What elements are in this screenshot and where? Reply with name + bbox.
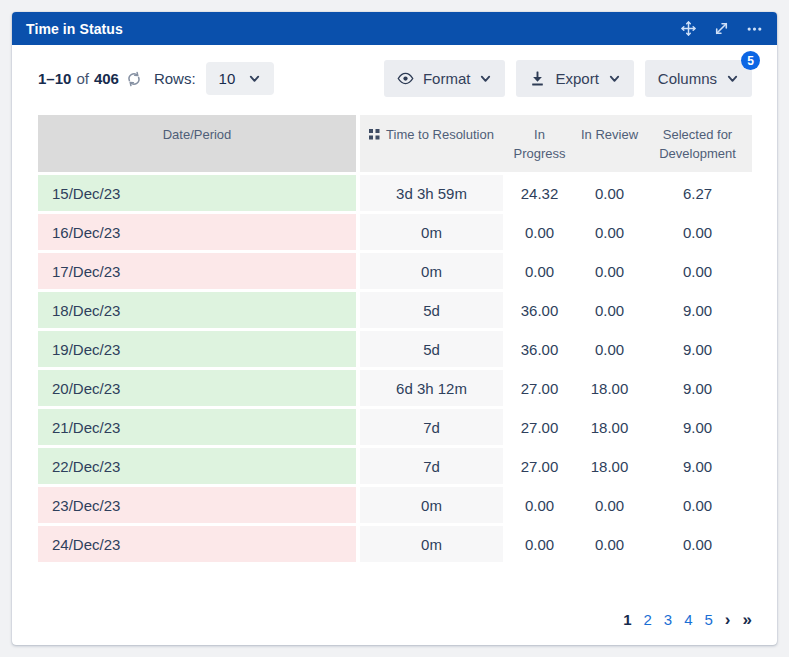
in-progress-cell: 0.00: [503, 253, 576, 289]
selected-cell: 0.00: [643, 214, 752, 250]
format-button[interactable]: Format: [384, 60, 506, 97]
columns-button[interactable]: Columns 5: [645, 60, 752, 97]
selected-cell: 9.00: [643, 331, 752, 367]
in-review-cell: 0.00: [576, 214, 643, 250]
in-review-cell: 0.00: [576, 253, 643, 289]
gadget-title: Time in Status: [26, 21, 680, 37]
in-progress-cell: 0.00: [503, 487, 576, 523]
in-review-cell: 0.00: [576, 526, 643, 562]
column-header-selected-for-development: Selected for Development: [643, 115, 752, 172]
in-progress-cell: 27.00: [503, 409, 576, 445]
gadget-content: 1–10 of 406 Rows: 10: [12, 45, 777, 628]
in-progress-cell: 36.00: [503, 331, 576, 367]
chevron-down-icon: [248, 72, 261, 85]
chevron-down-icon: [726, 72, 739, 85]
columns-count-badge: 5: [741, 51, 760, 70]
selected-cell: 0.00: [643, 487, 752, 523]
in-progress-cell: 36.00: [503, 292, 576, 328]
date-cell: 24/Dec/23: [38, 526, 360, 562]
refresh-icon[interactable]: [126, 71, 142, 87]
ttr-cell: 7d: [360, 448, 503, 484]
in-review-cell: 0.00: [576, 331, 643, 367]
in-review-cell: 0.00: [576, 487, 643, 523]
date-cell: 17/Dec/23: [38, 253, 360, 289]
format-label: Format: [423, 70, 471, 87]
in-review-cell: 0.00: [576, 292, 643, 328]
ttr-cell: 6d 3h 12m: [360, 370, 503, 406]
selected-cell: 9.00: [643, 409, 752, 445]
in-progress-cell: 27.00: [503, 370, 576, 406]
in-review-cell: 18.00: [576, 370, 643, 406]
ttr-cell: 5d: [360, 292, 503, 328]
column-header-in-review: In Review: [576, 115, 643, 172]
selected-cell: 0.00: [643, 526, 752, 562]
in-progress-cell: 0.00: [503, 214, 576, 250]
export-label: Export: [555, 70, 598, 87]
rows-label: Rows:: [154, 70, 196, 87]
rows-per-page-value: 10: [219, 70, 236, 87]
ttr-cell: 0m: [360, 214, 503, 250]
drag-grid-icon: [369, 129, 380, 140]
export-button[interactable]: Export: [516, 60, 633, 97]
total-count: 406: [94, 70, 119, 87]
column-header-in-progress: In Progress: [503, 115, 576, 172]
in-progress-cell: 0.00: [503, 526, 576, 562]
gadget-header: Time in Status: [12, 12, 777, 45]
column-header-label: Time to Resolution: [386, 125, 494, 144]
date-cell: 16/Dec/23: [38, 214, 360, 250]
download-icon: [529, 70, 546, 87]
chevron-down-icon: [479, 72, 492, 85]
rows-per-page-select[interactable]: 10: [206, 62, 275, 95]
columns-label: Columns: [658, 70, 717, 87]
in-review-cell: 18.00: [576, 448, 643, 484]
ttr-cell: 0m: [360, 253, 503, 289]
move-icon[interactable]: [680, 20, 697, 37]
ttr-cell: 0m: [360, 526, 503, 562]
time-in-status-table: Date/Period Time to Resolution In Progre…: [38, 115, 752, 562]
selected-cell: 6.27: [643, 175, 752, 211]
more-icon[interactable]: [746, 20, 763, 37]
selected-cell: 9.00: [643, 370, 752, 406]
selected-cell: 9.00: [643, 448, 752, 484]
date-cell: 15/Dec/23: [38, 175, 360, 211]
date-cell: 19/Dec/23: [38, 331, 360, 367]
chevron-down-icon: [608, 72, 621, 85]
ttr-cell: 3d 3h 59m: [360, 175, 503, 211]
toolbar-actions: Format Export: [384, 60, 752, 97]
date-cell: 22/Dec/23: [38, 448, 360, 484]
time-in-status-gadget: Time in Status 1–10 of 406: [12, 12, 777, 645]
date-cell: 23/Dec/23: [38, 487, 360, 523]
gadget-header-actions: [680, 20, 763, 37]
page-link-4[interactable]: 4: [684, 611, 692, 628]
date-cell: 21/Dec/23: [38, 409, 360, 445]
date-cell: 20/Dec/23: [38, 370, 360, 406]
date-cell: 18/Dec/23: [38, 292, 360, 328]
toolbar: 1–10 of 406 Rows: 10: [38, 60, 752, 97]
page-link-2[interactable]: 2: [643, 611, 651, 628]
last-page-icon[interactable]: »: [743, 611, 752, 628]
next-page-icon[interactable]: ›: [725, 611, 731, 628]
in-progress-cell: 27.00: [503, 448, 576, 484]
range-text: 1–10: [38, 70, 71, 87]
column-header-time-to-resolution[interactable]: Time to Resolution: [360, 115, 503, 172]
expand-icon[interactable]: [713, 20, 730, 37]
result-range: 1–10 of 406 Rows: 10: [38, 62, 274, 95]
page-link-5[interactable]: 5: [705, 611, 713, 628]
selected-cell: 0.00: [643, 253, 752, 289]
in-progress-cell: 24.32: [503, 175, 576, 211]
selected-cell: 9.00: [643, 292, 752, 328]
column-header-date-period: Date/Period: [38, 115, 360, 172]
in-review-cell: 0.00: [576, 175, 643, 211]
ttr-cell: 7d: [360, 409, 503, 445]
page-link-3[interactable]: 3: [664, 611, 672, 628]
page-current[interactable]: 1: [623, 611, 631, 628]
pagination: 1 2 3 4 5 › »: [38, 611, 752, 628]
in-review-cell: 18.00: [576, 409, 643, 445]
of-label: of: [76, 70, 89, 87]
ttr-cell: 0m: [360, 487, 503, 523]
ttr-cell: 5d: [360, 331, 503, 367]
eye-icon: [397, 70, 414, 87]
